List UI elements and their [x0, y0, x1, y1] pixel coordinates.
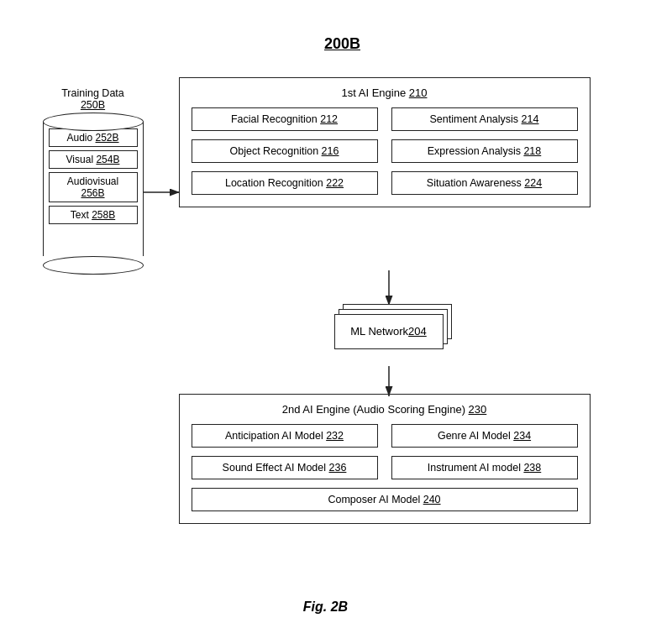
ai-engine-1-grid: Facial Recognition 212 Sentiment Analysi… — [192, 107, 578, 195]
list-item: Expression Analysis 218 — [391, 139, 578, 163]
list-item: Sentiment Analysis 214 — [391, 107, 578, 131]
training-data-cylinder: Training Data250B Audio 252B Visual 254B… — [39, 87, 148, 275]
cylinder-bottom — [43, 256, 144, 275]
list-item: Sound Effect AI Model 236 — [192, 456, 378, 479]
list-item: Location Recognition 222 — [192, 171, 378, 195]
ai-engine-1-title: 1st AI Engine 210 — [192, 86, 578, 99]
list-item: Object Recognition 216 — [192, 139, 378, 163]
list-item: Facial Recognition 212 — [192, 107, 378, 131]
list-item: Audiovisual 256B — [49, 172, 138, 202]
list-item: Genre AI Model 234 — [391, 424, 578, 448]
list-item: Anticipation AI Model 232 — [192, 424, 378, 448]
main-label: 200B — [259, 35, 427, 53]
fig-label: Fig. 2B — [24, 599, 628, 615]
cylinder-top — [43, 113, 144, 131]
ml-network: ML Network 204 — [334, 304, 452, 363]
ai-engine-2-title: 2nd AI Engine (Audio Scoring Engine) 230 — [192, 403, 578, 416]
cylinder-body: Audio 252B Visual 254B Audiovisual 256B … — [43, 122, 144, 256]
list-item: Audio 252B — [49, 128, 138, 147]
list-item: Text 258B — [49, 206, 138, 224]
ai-engine-2-grid: Anticipation AI Model 232 Genre AI Model… — [192, 424, 578, 511]
list-item: Composer AI Model 240 — [192, 488, 578, 511]
list-item: Instrument AI model 238 — [391, 456, 578, 479]
list-item: Visual 254B — [49, 150, 138, 169]
list-item: Situation Awareness 224 — [391, 171, 578, 195]
diagram: 200B Training Data250B Audio 252B Visual… — [24, 20, 628, 625]
training-data-label: Training Data250B — [39, 87, 148, 111]
ml-card-front: ML Network 204 — [334, 314, 444, 349]
ai-engine-1-box: 1st AI Engine 210 Facial Recognition 212… — [179, 77, 591, 207]
ai-engine-2-box: 2nd AI Engine (Audio Scoring Engine) 230… — [179, 394, 591, 524]
